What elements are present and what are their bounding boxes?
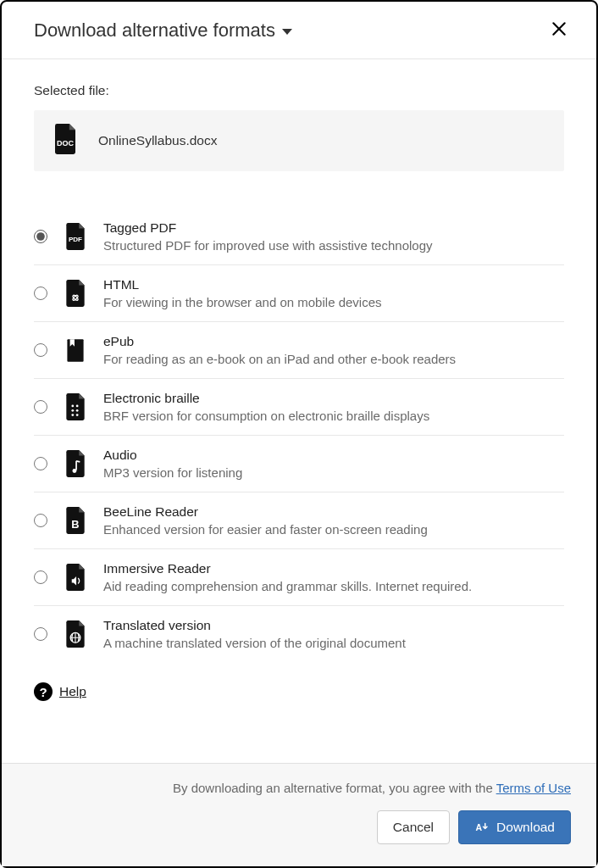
pdf-file-icon: PDF	[63, 223, 88, 250]
option-title: Translated version	[103, 618, 406, 633]
audio-file-icon	[63, 450, 88, 477]
title-dropdown[interactable]: Download alternative formats	[34, 19, 292, 42]
svg-point-4	[71, 405, 74, 408]
download-icon: A	[474, 820, 490, 835]
dialog-header: Download alternative formats	[2, 2, 596, 59]
option-title: BeeLine Reader	[103, 504, 428, 520]
braille-file-icon	[63, 393, 88, 420]
svg-text:B: B	[71, 518, 79, 531]
option-desc: MP3 version for listening	[103, 465, 242, 480]
option-translated[interactable]: Translated version A machine translated …	[34, 606, 564, 662]
help-link[interactable]: Help	[59, 684, 86, 699]
radio-audio[interactable]	[34, 457, 47, 470]
dialog-content: Selected file: DOC OnlineSyllabus.docx P…	[2, 59, 596, 763]
option-desc: For reading as an e-book on an iPad and …	[103, 352, 456, 366]
option-immersive[interactable]: Immersive Reader Aid reading comprehensi…	[34, 549, 564, 606]
svg-point-6	[71, 409, 74, 412]
dialog-title: Download alternative formats	[34, 19, 275, 42]
option-desc: Enhanced version for easier and faster o…	[103, 522, 428, 537]
option-braille[interactable]: Electronic braille BRF version for consu…	[34, 379, 564, 436]
download-button[interactable]: A Download	[458, 810, 571, 844]
radio-beeline[interactable]	[34, 514, 47, 527]
radio-translated[interactable]	[34, 627, 47, 641]
option-desc: Structured PDF for improved use with ass…	[103, 238, 433, 253]
option-desc: For viewing in the browser and on mobile…	[103, 295, 382, 309]
footer-buttons: Cancel A Download	[27, 810, 571, 844]
agreement-prefix: By downloading an alternative format, yo…	[173, 781, 496, 795]
option-html[interactable]: HTML For viewing in the browser and on m…	[34, 265, 564, 322]
close-button[interactable]	[547, 17, 571, 43]
download-button-label: Download	[496, 820, 555, 835]
radio-immersive[interactable]	[34, 570, 47, 584]
option-desc: Aid reading comprehension and grammar sk…	[103, 579, 472, 593]
option-title: Audio	[103, 448, 242, 463]
download-formats-dialog: Download alternative formats Selected fi…	[0, 0, 598, 868]
immersive-file-icon	[63, 564, 88, 591]
radio-tagged-pdf[interactable]	[34, 230, 47, 243]
svg-point-8	[71, 414, 74, 416]
option-title: Tagged PDF	[103, 220, 433, 236]
globe-file-icon	[63, 620, 88, 648]
svg-point-5	[76, 405, 79, 408]
option-title: HTML	[103, 277, 382, 292]
option-desc: BRF version for consumption on electroni…	[103, 409, 429, 423]
format-options-list: PDF Tagged PDF Structured PDF for improv…	[34, 209, 564, 662]
selected-file-box: DOC OnlineSyllabus.docx	[34, 110, 564, 171]
help-link-row[interactable]: ? Help	[34, 682, 564, 701]
help-icon: ?	[34, 682, 53, 701]
option-tagged-pdf[interactable]: PDF Tagged PDF Structured PDF for improv…	[34, 209, 564, 265]
terms-of-use-link[interactable]: Terms of Use	[496, 781, 571, 795]
svg-text:DOC: DOC	[57, 139, 75, 147]
option-audio[interactable]: Audio MP3 version for listening	[34, 436, 564, 492]
dialog-footer: By downloading an alternative format, yo…	[2, 763, 596, 866]
option-title: Immersive Reader	[103, 561, 472, 576]
radio-braille[interactable]	[34, 400, 47, 414]
beeline-file-icon: B	[63, 507, 88, 534]
agreement-text: By downloading an alternative format, yo…	[27, 781, 571, 795]
radio-html[interactable]	[34, 287, 47, 300]
doc-file-icon: DOC	[53, 124, 78, 158]
close-icon	[551, 20, 568, 37]
option-title: ePub	[103, 334, 456, 349]
svg-text:A: A	[476, 822, 483, 832]
selected-file-label: Selected file:	[34, 83, 564, 98]
svg-text:PDF: PDF	[69, 236, 82, 243]
epub-book-icon	[63, 337, 88, 364]
radio-epub[interactable]	[34, 343, 47, 357]
svg-point-10	[72, 469, 76, 473]
cancel-button[interactable]: Cancel	[377, 810, 450, 844]
svg-point-7	[76, 409, 79, 412]
svg-point-9	[76, 414, 79, 416]
option-desc: A machine translated version of the orig…	[103, 636, 406, 650]
caret-down-icon	[282, 29, 292, 35]
option-beeline[interactable]: B BeeLine Reader Enhanced version for ea…	[34, 492, 564, 549]
option-epub[interactable]: ePub For reading as an e-book on an iPad…	[34, 322, 564, 379]
option-title: Electronic braille	[103, 391, 429, 406]
selected-file-name: OnlineSyllabus.docx	[98, 133, 217, 148]
html-file-icon	[63, 280, 88, 307]
